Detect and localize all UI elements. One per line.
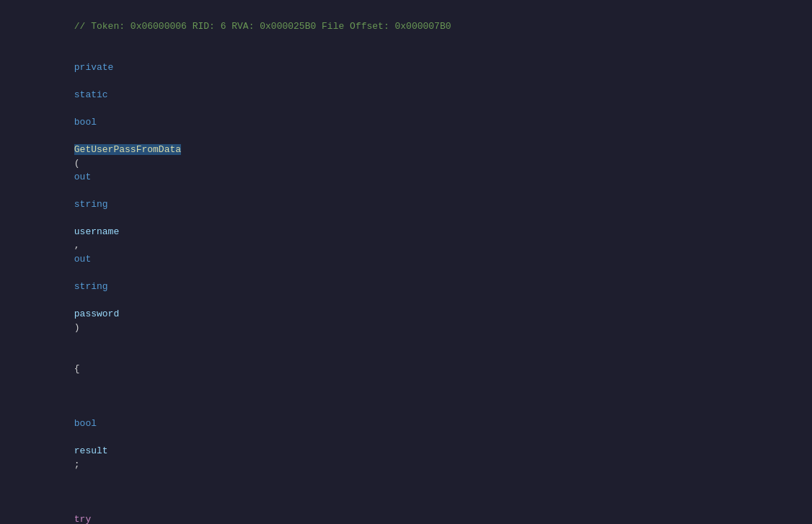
keyword: out (74, 254, 91, 265)
keyword: string (74, 281, 108, 292)
code-line: { (0, 348, 812, 389)
keyword-ctrl: try (74, 514, 91, 524)
param: username (74, 226, 119, 237)
line-content: { (35, 348, 800, 389)
line-content: private static bool GetUserPassFromData … (35, 47, 800, 348)
line-content: // Token: 0x06000006 RID: 6 RVA: 0x00002… (35, 6, 800, 47)
variable: result (74, 445, 108, 456)
param: password (74, 308, 119, 319)
code-line: bool result ; (0, 389, 812, 485)
comment-text: // Token: 0x06000006 RID: 6 RVA: 0x00002… (74, 21, 451, 32)
line-content: bool result ; (35, 389, 800, 485)
code-line: // Token: 0x06000006 RID: 6 RVA: 0x00002… (0, 6, 812, 47)
code-line: try (0, 485, 812, 524)
keyword: private (74, 62, 114, 73)
keyword: string (74, 199, 108, 210)
keyword: bool (74, 418, 97, 429)
code-line: private static bool GetUserPassFromData … (0, 47, 812, 348)
keyword: out (74, 172, 91, 182)
line-content: try (35, 485, 800, 524)
keyword: static (74, 89, 108, 100)
code-editor: // Token: 0x06000006 RID: 6 RVA: 0x00002… (0, 0, 812, 524)
method-name-highlight: GetUserPassFromData (74, 144, 181, 155)
keyword: bool (74, 117, 97, 128)
